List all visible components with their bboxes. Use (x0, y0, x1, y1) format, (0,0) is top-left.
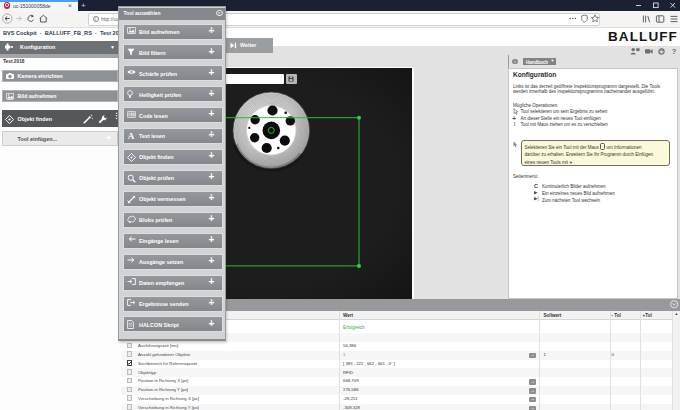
svg-text:?: ? (672, 47, 677, 56)
svg-text:A: A (127, 132, 134, 140)
